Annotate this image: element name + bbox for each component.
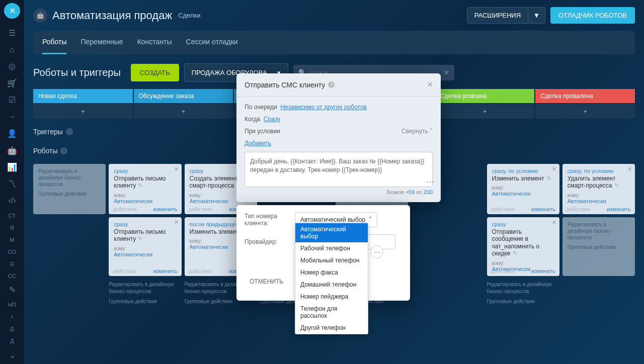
robot-header-icon: 🤖 bbox=[33, 9, 47, 23]
nav-i[interactable]: І bbox=[4, 311, 20, 323]
tab-constants[interactable]: Константы bbox=[137, 31, 172, 54]
dropdown-option[interactable]: Номер пейджера bbox=[295, 291, 368, 303]
designer-link[interactable]: Редактировать в дизайнере бизнес-процесс… bbox=[109, 281, 181, 295]
edit-icon[interactable]: ✎ bbox=[138, 235, 143, 242]
cancel-button[interactable]: ОТМЕНИТЬ bbox=[245, 274, 288, 290]
modal-title: Отправить СМС клиенту? bbox=[245, 81, 335, 89]
hint-card: Редактировать в дизайнере бизнес-процесс… bbox=[562, 217, 635, 276]
nav-cc[interactable]: СС bbox=[4, 270, 20, 282]
when-link[interactable]: Сразу bbox=[264, 116, 280, 123]
main-tabs: Роботы Переменные Константы Сессии отлад… bbox=[33, 31, 635, 54]
robot-card[interactable]: ✕ сразу Отправить письмо клиенту✎ кому: … bbox=[109, 217, 181, 276]
dropdown-option[interactable]: Рабочий телефон bbox=[295, 242, 368, 254]
when-row: Когда Сразу bbox=[245, 116, 433, 123]
nav-d2[interactable]: Д bbox=[4, 335, 20, 347]
queue-row: По очереди Независимо от других роботов bbox=[245, 104, 433, 111]
close-icon[interactable]: ✕ bbox=[552, 166, 556, 172]
stage-success[interactable]: Сделка успешна bbox=[435, 89, 535, 103]
dropdown-option[interactable]: Автоматический выбор bbox=[295, 223, 368, 242]
group-actions-link[interactable]: Групповые действия bbox=[109, 298, 181, 305]
tab-variables[interactable]: Переменные bbox=[80, 31, 123, 54]
home-icon[interactable]: ⌂ bbox=[4, 42, 20, 57]
designer-link[interactable]: Редактировать в дизайнере бизнес-процесс… bbox=[487, 281, 559, 295]
stage-new[interactable]: Новая сделка bbox=[33, 89, 133, 103]
sms-robot-modal: Отправить СМС клиенту? × По очереди Неза… bbox=[236, 73, 441, 202]
pen-icon[interactable]: ✎ bbox=[4, 282, 20, 298]
phone-type-dropdown: Автоматический выбор Рабочий телефон Моб… bbox=[295, 223, 368, 334]
help-icon[interactable]: ? bbox=[328, 81, 335, 88]
edit-icon[interactable]: ✎ bbox=[138, 182, 143, 189]
page-title: Автоматизация продаж bbox=[52, 9, 172, 22]
extensions-dropdown[interactable]: ▼ bbox=[528, 7, 545, 24]
add-stage-button[interactable]: + bbox=[435, 104, 535, 119]
help-icon[interactable]: ? bbox=[60, 147, 67, 154]
robot-card[interactable]: ✕ сразу Отправить письмо клиенту✎ кому: … bbox=[109, 164, 181, 214]
code-icon[interactable]: ‹/› bbox=[4, 193, 20, 209]
nav-ya[interactable]: Я bbox=[4, 222, 20, 234]
more-icon[interactable]: ⋯ bbox=[370, 245, 383, 258]
analytics-icon[interactable]: 〽 bbox=[4, 176, 20, 192]
tab-robots[interactable]: Роботы bbox=[42, 31, 66, 54]
group-actions-link[interactable]: Групповые действия bbox=[38, 191, 101, 197]
target-icon[interactable]: ◎ bbox=[4, 58, 20, 74]
create-button[interactable]: СОЗДАТЬ bbox=[131, 64, 179, 81]
add-stage-button[interactable]: + bbox=[134, 104, 233, 119]
section-title: Роботы и триггеры bbox=[33, 67, 121, 78]
close-icon[interactable]: ✕ bbox=[627, 166, 632, 172]
dropdown-option[interactable]: Домашний телефон bbox=[295, 279, 368, 291]
hint-card: Редактировать в дизайнере бизнес-процесс… bbox=[33, 164, 106, 214]
robot-card[interactable]: ✕ сразу, по условию Изменить элемент✎ ко… bbox=[487, 164, 559, 214]
more-icon[interactable]: ⋯ bbox=[426, 176, 435, 187]
chart-icon[interactable]: 📊 bbox=[4, 159, 20, 175]
group-actions-link[interactable]: Групповые действия bbox=[487, 298, 559, 305]
designer-link[interactable]: Редактировать в дизайнере бизнес-процесс… bbox=[38, 168, 101, 188]
nav-ct[interactable]: СТ bbox=[4, 210, 20, 222]
page-header: 🤖 Автоматизация продаж Сделки РАСШИРЕНИЯ… bbox=[33, 7, 635, 24]
chevron-down-icon: ˅ bbox=[369, 216, 372, 223]
robot-card[interactable]: ✕ сразу, по условию Удалить элемент смар… bbox=[562, 164, 635, 214]
tab-sessions[interactable]: Сессии отладки bbox=[186, 31, 238, 54]
help-icon[interactable]: ? bbox=[66, 128, 73, 135]
stage-discuss[interactable]: Обсуждение заказа bbox=[134, 89, 233, 103]
nav-d1[interactable]: Д bbox=[4, 323, 20, 335]
edit-icon[interactable]: ✎ bbox=[546, 175, 551, 182]
extensions-button[interactable]: РАСШИРЕНИЯ bbox=[467, 7, 528, 24]
check-icon[interactable]: ☑ bbox=[4, 92, 20, 108]
edit-icon[interactable]: ✎ bbox=[614, 182, 619, 189]
char-counter: Знаков ≈59 из 200 bbox=[245, 189, 433, 195]
robot-icon[interactable]: 🤖 bbox=[4, 142, 20, 158]
nav-np[interactable]: НП bbox=[4, 299, 20, 311]
dropdown-option[interactable]: Номер факса bbox=[295, 266, 368, 279]
close-icon[interactable]: ✕ bbox=[174, 166, 179, 172]
edit-icon[interactable]: ✎ bbox=[513, 250, 518, 257]
filter-icon[interactable]: ☰ bbox=[4, 25, 20, 40]
stage-fail[interactable]: Сделка провалена bbox=[535, 89, 635, 103]
dropdown-option[interactable]: Другой телефон bbox=[295, 322, 368, 334]
provider-label: Провайдер: bbox=[245, 238, 295, 245]
condition-row: При условииСвернуть ˄ bbox=[245, 128, 433, 135]
dropdown-option[interactable]: Мобильный телефон bbox=[295, 254, 368, 266]
add-stage-button[interactable]: + bbox=[535, 104, 635, 119]
nav-m[interactable]: М bbox=[4, 234, 20, 246]
robot-card[interactable]: ✕ сразу Отправить сообщение в чат_напомн… bbox=[487, 217, 559, 276]
debug-button[interactable]: ОТЛАДЧИК РОБОТОВ bbox=[550, 7, 635, 24]
message-textarea[interactable]: Добрый день, {{Контакт: Имя}}. Ваш заказ… bbox=[245, 152, 433, 187]
contacts-icon[interactable]: 👤 bbox=[4, 126, 20, 141]
modal-close-icon[interactable]: × bbox=[427, 79, 433, 90]
phone-type-label: Тип номера клиента: bbox=[245, 213, 295, 227]
close-icon[interactable]: ✕ bbox=[174, 219, 179, 226]
queue-link[interactable]: Независимо от других роботов bbox=[280, 104, 367, 111]
nav-co[interactable]: СО bbox=[4, 246, 20, 258]
search-clear-icon[interactable]: ✕ bbox=[444, 69, 449, 76]
add-condition-link[interactable]: Добавить bbox=[245, 140, 271, 147]
add-stage-button[interactable]: + bbox=[33, 104, 133, 119]
nav-g[interactable]: G bbox=[4, 258, 20, 270]
flow-icon[interactable]: → bbox=[4, 109, 20, 125]
dropdown-option[interactable]: Телефон для рассылок bbox=[295, 303, 368, 322]
close-icon[interactable]: ✕ bbox=[552, 219, 556, 226]
page-subtitle[interactable]: Сделки bbox=[178, 12, 200, 19]
close-panel-button[interactable]: ✕ bbox=[4, 3, 20, 19]
collapse-link[interactable]: Свернуть ˄ bbox=[401, 128, 433, 135]
cart-icon[interactable]: 🛒 bbox=[4, 75, 20, 91]
down-icon[interactable]: ⌄ bbox=[4, 347, 20, 362]
